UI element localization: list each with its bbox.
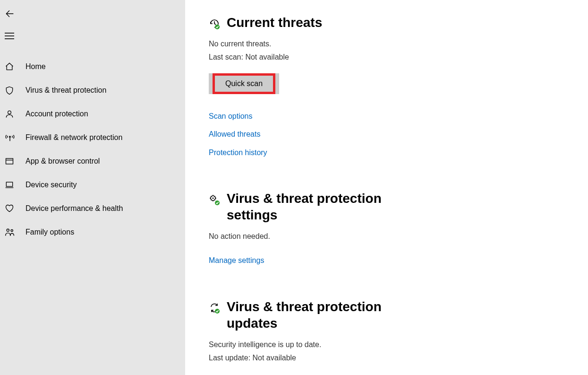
- sidebar-item-label: App & browser control: [26, 157, 100, 166]
- up-to-date-text: Security intelligence is up to date.: [209, 338, 564, 351]
- svg-point-12: [215, 25, 220, 29]
- section-vtp-settings: Virus & threat protection settings No ac…: [209, 190, 564, 270]
- svg-rect-6: [6, 158, 13, 164]
- check-updates-link[interactable]: Check for updates: [209, 373, 564, 375]
- svg-point-15: [215, 201, 220, 205]
- manage-settings-link[interactable]: Manage settings: [209, 252, 564, 270]
- sidebar-item-label: Device performance & health: [26, 204, 123, 213]
- scan-options-link[interactable]: Scan options: [209, 107, 564, 125]
- sidebar-item-label: Virus & threat protection: [26, 86, 106, 95]
- allowed-threats-link[interactable]: Allowed threats: [209, 125, 564, 143]
- sidebar-item-device-health[interactable]: Device performance & health: [0, 197, 185, 220]
- sidebar: Home Virus & threat protection Account p…: [0, 0, 185, 375]
- last-update-text: Last update: Not available: [209, 351, 564, 365]
- heartbeat-icon: [5, 204, 26, 213]
- section-title-vtp-updates: Virus & threat protection updates: [227, 298, 397, 331]
- gear-check-icon: [209, 194, 220, 207]
- sidebar-item-firewall[interactable]: Firewall & network protection: [0, 126, 185, 149]
- sidebar-item-label: Family options: [26, 228, 74, 236]
- main-content: Current threats No current threats. Last…: [185, 0, 588, 375]
- no-action-text: No action needed.: [209, 230, 564, 243]
- sidebar-item-app-browser[interactable]: App & browser control: [0, 149, 185, 173]
- sidebar-item-home[interactable]: Home: [0, 55, 185, 78]
- sidebar-item-account-protection[interactable]: Account protection: [0, 102, 185, 126]
- back-arrow-icon: [5, 9, 26, 18]
- sidebar-item-label: Firewall & network protection: [26, 133, 122, 142]
- hamburger-menu-button[interactable]: [0, 25, 185, 47]
- section-title-current-threats: Current threats: [227, 14, 322, 31]
- svg-rect-8: [6, 182, 12, 186]
- section-vtp-updates: Virus & threat protection updates Securi…: [209, 298, 564, 375]
- svg-point-14: [213, 198, 214, 199]
- no-threats-text: No current threats.: [209, 37, 564, 51]
- section-current-threats: Current threats No current threats. Last…: [209, 14, 564, 162]
- svg-point-16: [215, 309, 220, 314]
- section-title-vtp-settings: Virus & threat protection settings: [227, 190, 397, 223]
- back-button[interactable]: [0, 3, 185, 25]
- quick-scan-button-wrapper: Quick scan: [209, 73, 279, 94]
- hamburger-icon: [5, 32, 26, 40]
- sidebar-item-label: Device security: [26, 181, 77, 189]
- svg-point-10: [7, 229, 9, 231]
- shield-icon: [5, 86, 26, 95]
- quick-scan-button[interactable]: Quick scan: [213, 73, 275, 94]
- history-check-icon: [209, 18, 220, 31]
- sidebar-item-device-security[interactable]: Device security: [0, 173, 185, 197]
- sidebar-item-family[interactable]: Family options: [0, 220, 185, 244]
- person-icon: [5, 109, 26, 119]
- laptop-icon: [5, 180, 26, 190]
- family-icon: [5, 227, 26, 237]
- svg-point-11: [11, 230, 13, 232]
- svg-point-3: [8, 111, 11, 114]
- sidebar-item-virus-protection[interactable]: Virus & threat protection: [0, 78, 185, 102]
- window-icon: [5, 157, 26, 166]
- antenna-icon: [5, 133, 26, 142]
- home-icon: [5, 62, 26, 71]
- protection-history-link[interactable]: Protection history: [209, 144, 564, 162]
- sidebar-item-label: Home: [26, 62, 46, 71]
- last-scan-text: Last scan: Not available: [209, 51, 564, 64]
- sidebar-item-label: Account protection: [26, 110, 88, 118]
- refresh-check-icon: [209, 302, 220, 315]
- svg-point-4: [9, 136, 10, 137]
